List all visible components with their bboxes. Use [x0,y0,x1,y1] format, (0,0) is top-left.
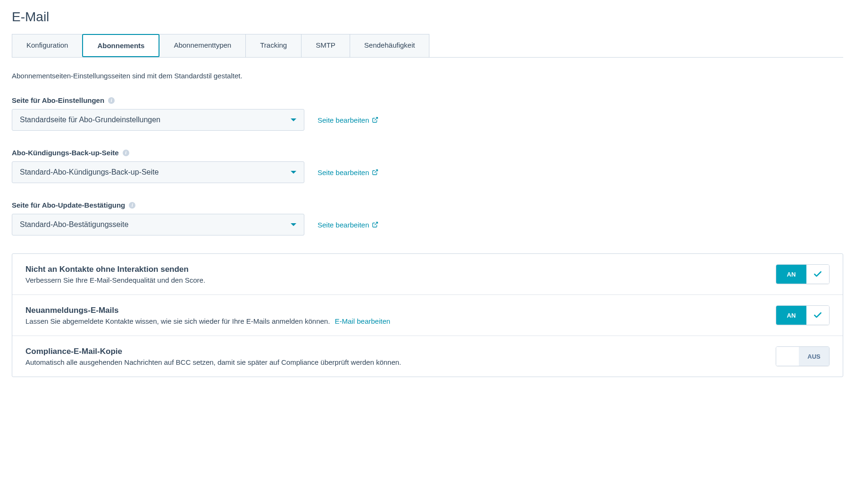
check-icon [806,306,829,325]
svg-line-0 [375,118,377,120]
toggle-title: Neuanmeldungs-E-Mails [25,306,390,315]
tab-abonnementtypen[interactable]: Abonnementtypen [159,34,246,57]
toggle-handle [776,347,799,366]
toggle-desc: Lassen Sie abgemeldete Kontakte wissen, … [25,317,390,325]
label-text: Abo-Kündigungs-Back-up-Seite [12,149,119,157]
tab-konfiguration[interactable]: Konfiguration [12,34,83,57]
tab-smtp[interactable]: SMTP [301,34,350,57]
select-subscription-prefs[interactable]: Standardseite für Abo-Grundeinstellungen [12,109,304,131]
toggle-title: Nicht an Kontakte ohne Interaktion sende… [25,265,205,274]
toggle-resubscribe[interactable]: AN [776,305,830,325]
link-text: Seite bearbeiten [318,116,369,124]
info-icon[interactable]: i [129,202,135,209]
edit-email-link[interactable]: E-Mail bearbeiten [335,317,391,325]
chevron-down-icon [291,223,296,226]
tab-tracking[interactable]: Tracking [245,34,302,57]
chevron-down-icon [291,118,296,121]
field-label: Abo-Kündigungs-Back-up-Seite i [12,149,843,157]
toggle-state-label: AN [776,265,806,284]
label-text: Seite für Abo-Einstellungen [12,96,104,104]
link-text: Seite bearbeiten [318,221,369,229]
toggle-desc: Automatisch alle ausgehenden Nachrichten… [25,358,401,366]
select-value: Standardseite für Abo-Grundeinstellungen [20,116,160,124]
field-label: Seite für Abo-Update-Bestätigung i [12,201,843,209]
toggles-panel: Nicht an Kontakte ohne Interaktion sende… [12,253,843,377]
field-unsubscribe-backup: Abo-Kündigungs-Back-up-Seite i Standard-… [12,149,843,183]
select-update-confirmation[interactable]: Standard-Abo-Bestätigungsseite [12,214,304,235]
chevron-down-icon [291,171,296,174]
page-title: E-Mail [12,9,843,25]
field-subscription-prefs: Seite für Abo-Einstellungen i Standardse… [12,96,843,131]
toggle-row-resubscribe: Neuanmeldungs-E-Mails Lassen Sie abgemel… [12,295,843,336]
field-label: Seite für Abo-Einstellungen i [12,96,843,104]
field-update-confirmation: Seite für Abo-Update-Bestätigung i Stand… [12,201,843,235]
select-value: Standard-Abo-Bestätigungsseite [20,220,128,229]
select-value: Standard-Abo-Kündigungs-Back-up-Seite [20,168,159,176]
label-text: Seite für Abo-Update-Bestätigung [12,201,125,209]
tab-abonnements[interactable]: Abonnements [82,34,159,57]
edit-page-link[interactable]: Seite bearbeiten [318,116,378,124]
tabs-bar: Konfiguration Abonnements Abonnementtype… [12,34,843,58]
check-icon [806,265,829,284]
toggle-row-unengaged: Nicht an Kontakte ohne Interaktion sende… [12,254,843,295]
toggle-state-label: AN [776,306,806,325]
external-link-icon [372,221,378,228]
edit-page-link[interactable]: Seite bearbeiten [318,168,378,176]
toggle-title: Compliance-E-Mail-Kopie [25,347,401,356]
toggle-state-label: AUS [799,347,829,366]
toggle-desc: Verbessern Sie Ihre E-Mail-Sendequalität… [25,276,205,284]
select-unsubscribe-backup[interactable]: Standard-Abo-Kündigungs-Back-up-Seite [12,161,304,183]
toggle-unengaged[interactable]: AN [776,264,830,284]
info-icon[interactable]: i [108,97,115,104]
external-link-icon [372,169,378,176]
info-icon[interactable]: i [123,150,129,156]
toggle-row-compliance: Compliance-E-Mail-Kopie Automatisch alle… [12,336,843,377]
external-link-icon [372,117,378,123]
tab-sendehaeufigkeit[interactable]: Sendehäufigkeit [350,34,430,57]
desc-text: Lassen Sie abgemeldete Kontakte wissen, … [25,317,330,325]
link-text: Seite bearbeiten [318,168,369,176]
intro-text: Abonnementseiten-Einstellungsseiten sind… [12,72,843,80]
edit-page-link[interactable]: Seite bearbeiten [318,221,378,229]
toggle-compliance[interactable]: AUS [776,346,830,366]
svg-line-2 [375,222,377,225]
svg-line-1 [375,170,377,173]
